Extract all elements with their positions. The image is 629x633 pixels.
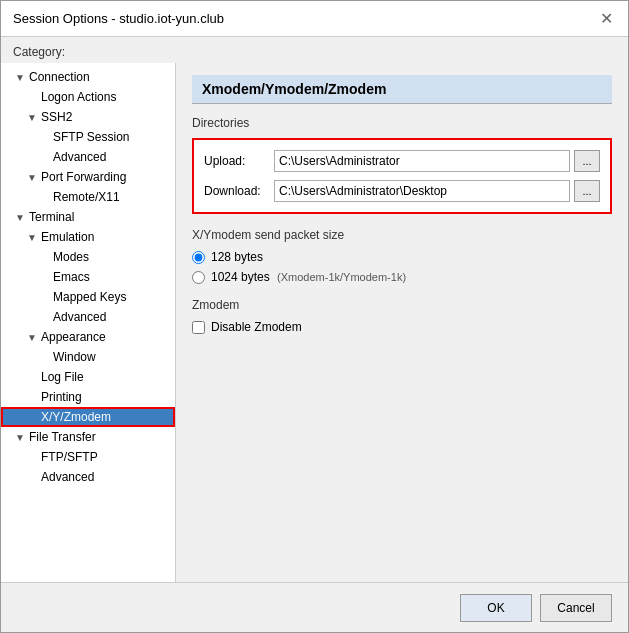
disable-zmodem-checkbox[interactable] <box>192 321 205 334</box>
sidebar-item-appearance[interactable]: ▼ Appearance <box>1 327 175 347</box>
dialog-title: Session Options - studio.iot-yun.club <box>13 11 224 26</box>
radio-group: 128 bytes 1024 bytes (Xmodem-1k/Ymodem-1… <box>192 250 612 284</box>
sidebar-item-advanced-ft[interactable]: Advanced <box>1 467 175 487</box>
sidebar-item-ftp-sftp[interactable]: FTP/SFTP <box>1 447 175 467</box>
upload-row: Upload: ... <box>204 150 600 172</box>
main-panel: Xmodem/Ymodem/Zmodem Directories Upload:… <box>176 63 628 582</box>
sidebar-item-logon-actions[interactable]: Logon Actions <box>1 87 175 107</box>
sidebar-item-modes[interactable]: Modes <box>1 247 175 267</box>
zmodem-section: Zmodem Disable Zmodem <box>192 298 612 334</box>
sidebar-item-emacs[interactable]: Emacs <box>1 267 175 287</box>
download-label: Download: <box>204 184 274 198</box>
upload-browse-button[interactable]: ... <box>574 150 600 172</box>
sidebar: ▼ Connection Logon Actions ▼ SSH2 <box>1 63 176 582</box>
panel-title: Xmodem/Ymodem/Zmodem <box>192 75 612 104</box>
sidebar-item-file-transfer[interactable]: ▼ File Transfer <box>1 427 175 447</box>
download-input[interactable] <box>274 180 570 202</box>
sidebar-item-log-file[interactable]: Log File <box>1 367 175 387</box>
sidebar-item-ssh2[interactable]: ▼ SSH2 <box>1 107 175 127</box>
radio-1024-label: 1024 bytes (Xmodem-1k/Ymodem-1k) <box>211 270 406 284</box>
dialog-body: ▼ Connection Logon Actions ▼ SSH2 <box>1 63 628 582</box>
radio-128-row: 128 bytes <box>192 250 612 264</box>
title-bar: Session Options - studio.iot-yun.club ✕ <box>1 1 628 37</box>
tree: ▼ Connection Logon Actions ▼ SSH2 <box>1 63 175 582</box>
send-section-title: X/Ymodem send packet size <box>192 228 612 242</box>
download-row: Download: ... <box>204 180 600 202</box>
radio-1024-bytes[interactable] <box>192 271 205 284</box>
sidebar-item-terminal[interactable]: ▼ Terminal <box>1 207 175 227</box>
sidebar-item-mapped-keys[interactable]: Mapped Keys <box>1 287 175 307</box>
download-browse-button[interactable]: ... <box>574 180 600 202</box>
sidebar-item-window[interactable]: Window <box>1 347 175 367</box>
disable-zmodem-row: Disable Zmodem <box>192 320 612 334</box>
sidebar-item-advanced-terminal[interactable]: Advanced <box>1 307 175 327</box>
dialog-footer: OK Cancel <box>1 582 628 632</box>
sidebar-item-sftp-session[interactable]: SFTP Session <box>1 127 175 147</box>
sidebar-item-remote-x11[interactable]: Remote/X11 <box>1 187 175 207</box>
upload-input[interactable] <box>274 150 570 172</box>
directories-box: Upload: ... Download: ... <box>192 138 612 214</box>
radio-128-bytes[interactable] <box>192 251 205 264</box>
ok-button[interactable]: OK <box>460 594 532 622</box>
directories-section-title: Directories <box>192 116 612 130</box>
radio-128-label: 128 bytes <box>211 250 263 264</box>
radio-1024-row: 1024 bytes (Xmodem-1k/Ymodem-1k) <box>192 270 612 284</box>
cancel-button[interactable]: Cancel <box>540 594 612 622</box>
sidebar-item-connection[interactable]: ▼ Connection <box>1 67 175 87</box>
sidebar-item-advanced-ssh2[interactable]: Advanced <box>1 147 175 167</box>
disable-zmodem-label: Disable Zmodem <box>211 320 302 334</box>
close-button[interactable]: ✕ <box>596 9 616 29</box>
upload-label: Upload: <box>204 154 274 168</box>
zmodem-section-title: Zmodem <box>192 298 612 312</box>
sidebar-item-emulation[interactable]: ▼ Emulation <box>1 227 175 247</box>
sidebar-item-xy-zmodem[interactable]: X/Y/Zmodem <box>1 407 175 427</box>
sidebar-item-port-forwarding[interactable]: ▼ Port Forwarding <box>1 167 175 187</box>
sidebar-item-printing[interactable]: Printing <box>1 387 175 407</box>
send-section: X/Ymodem send packet size 128 bytes 1024… <box>192 228 612 284</box>
dialog: Session Options - studio.iot-yun.club ✕ … <box>0 0 629 633</box>
category-label: Category: <box>1 37 628 63</box>
